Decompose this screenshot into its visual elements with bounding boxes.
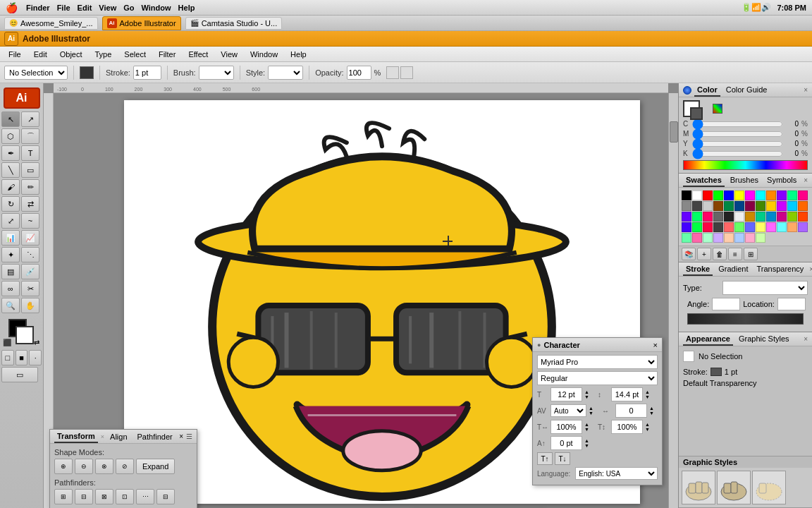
swatch-color-44[interactable]	[766, 222, 776, 232]
swatch-color-52[interactable]	[724, 233, 734, 243]
swatch-color-12[interactable]	[682, 201, 691, 211]
leading-stepper[interactable]: ▲ ▼	[645, 389, 653, 399]
reset-colors[interactable]: ⬛	[3, 339, 11, 346]
direct-selection-tool[interactable]: ↗	[21, 111, 39, 127]
swatch-color-50[interactable]	[703, 233, 713, 243]
sys-file[interactable]: File	[57, 4, 70, 12]
scale-h-stepper[interactable]: ▲ ▼	[584, 422, 593, 432]
warp-tool[interactable]: ~	[21, 213, 39, 229]
swatch-color-32[interactable]	[766, 212, 776, 222]
crop-btn[interactable]: ⊡	[116, 489, 134, 504]
blend-tool[interactable]: ∞	[1, 281, 20, 296]
minus-front-btn[interactable]: ⊖	[75, 459, 93, 474]
swatch-color-1[interactable]	[692, 190, 702, 200]
symbols-tab[interactable]: Symbols	[764, 174, 799, 187]
expand-button[interactable]: Expand	[136, 459, 175, 474]
swatches-tab[interactable]: Swatches	[683, 174, 725, 187]
color-tab[interactable]: Color	[694, 84, 720, 97]
swatch-color-16[interactable]	[724, 201, 734, 211]
scale-tool[interactable]: ⤢	[1, 213, 20, 229]
menu-filter[interactable]: Filter	[153, 49, 181, 60]
swatch-color-31[interactable]	[756, 212, 765, 222]
kerning-select[interactable]: Auto	[550, 404, 586, 417]
swatch-lib-btn[interactable]: 📚	[682, 248, 696, 260]
swatch-color-14[interactable]	[703, 201, 713, 211]
view-button-2[interactable]	[400, 66, 413, 79]
font-style-select[interactable]: Regular	[537, 371, 658, 385]
swatch-color-41[interactable]	[734, 222, 744, 232]
rotate-tool[interactable]: ↻	[1, 196, 20, 212]
menu-file[interactable]: File	[3, 49, 27, 60]
stroke-box[interactable]	[16, 326, 34, 344]
trim-btn[interactable]: ⊟	[75, 489, 93, 504]
merge-btn[interactable]: ⊠	[95, 489, 113, 504]
view-button-1[interactable]	[386, 66, 399, 79]
swatch-color-21[interactable]	[777, 201, 787, 211]
tab-adobe-illustrator[interactable]: Ai Adobe Illustrator	[102, 16, 181, 30]
menu-select[interactable]: Select	[118, 49, 152, 60]
swatch-color-30[interactable]	[745, 212, 755, 222]
sys-finder[interactable]: Finder	[26, 4, 50, 12]
swatch-color-20[interactable]	[766, 201, 776, 211]
swatch-color-35[interactable]	[798, 212, 808, 222]
scale-v-stepper[interactable]: ▲ ▼	[645, 422, 653, 432]
hand-tool[interactable]: ✋	[21, 298, 39, 313]
tab-awesome-smiley[interactable]: 😊 Awesome_Smiley_...	[4, 17, 98, 30]
swatch-color-26[interactable]	[703, 212, 713, 222]
swatch-color-48[interactable]	[682, 233, 691, 243]
language-select[interactable]: English: USA	[575, 467, 658, 480]
stroke-type-select[interactable]	[722, 281, 808, 295]
swatch-color-47[interactable]	[798, 222, 808, 232]
transform-close-btn[interactable]: ×	[179, 433, 183, 440]
swatch-color-19[interactable]	[756, 201, 765, 211]
swatch-color-29[interactable]	[734, 212, 744, 222]
c-slider[interactable]	[692, 121, 783, 127]
scrollbar-right[interactable]	[668, 93, 678, 508]
eyedropper-tool[interactable]: 💉	[21, 264, 39, 279]
mesh-tool[interactable]: ⋱	[21, 247, 39, 262]
fill-color-box[interactable]	[80, 66, 94, 79]
swatch-color-53[interactable]	[734, 233, 744, 243]
quick-mask-mode[interactable]: ■	[16, 350, 28, 365]
gs-thumb-2[interactable]	[717, 471, 751, 504]
swatch-color-7[interactable]	[756, 190, 765, 200]
outline-btn[interactable]: ⋯	[136, 489, 154, 504]
char-close-btn[interactable]: ×	[653, 341, 658, 349]
stroke-location-input[interactable]	[777, 298, 806, 310]
scroll-thumb-right[interactable]	[670, 121, 678, 143]
transparency-tab[interactable]: Transparency	[753, 263, 806, 276]
appearance-close[interactable]: ×	[804, 335, 808, 343]
swatch-color-15[interactable]	[713, 201, 723, 211]
swatch-color-22[interactable]	[787, 201, 797, 211]
sub-script-btn[interactable]: T↓	[555, 452, 570, 465]
swatch-color-8[interactable]	[766, 190, 776, 200]
scissors-tool[interactable]: ✂	[21, 281, 39, 296]
rect-tool[interactable]: ▭	[21, 162, 39, 178]
magic-wand-tool[interactable]: ⬡	[1, 128, 20, 144]
swatch-color-37[interactable]	[692, 222, 702, 232]
super-script-btn[interactable]: T↑	[537, 452, 553, 465]
swatch-switch-btn[interactable]: ⊞	[744, 248, 758, 260]
color-fill-box[interactable]	[683, 100, 700, 117]
swatch-color-11[interactable]	[798, 190, 808, 200]
swatch-color-25[interactable]	[692, 212, 702, 222]
selection-dropdown[interactable]: No Selection	[4, 66, 68, 80]
swatch-color-4[interactable]	[724, 190, 734, 200]
y-slider[interactable]	[692, 141, 783, 147]
brush-dropdown[interactable]	[199, 66, 234, 80]
tracking-input[interactable]	[615, 404, 647, 418]
normal-mode[interactable]: □	[1, 350, 14, 365]
line-tool[interactable]: ╲	[1, 162, 20, 178]
menu-edit[interactable]: Edit	[28, 49, 53, 60]
swatch-color-28[interactable]	[724, 212, 734, 222]
swatch-new-btn[interactable]: +	[697, 248, 711, 260]
tracking-stepper[interactable]: ▲ ▼	[649, 406, 658, 416]
reflect-tool[interactable]: ⇄	[21, 196, 39, 212]
color-panel-close[interactable]: ×	[804, 86, 808, 94]
scale-h-input[interactable]	[550, 420, 582, 434]
menu-help[interactable]: Help	[285, 49, 312, 60]
swatch-color-33[interactable]	[777, 212, 787, 222]
gradient-tab[interactable]: Gradient	[715, 263, 751, 276]
swatch-color-9[interactable]	[777, 190, 787, 200]
stroke-input[interactable]	[133, 66, 161, 80]
